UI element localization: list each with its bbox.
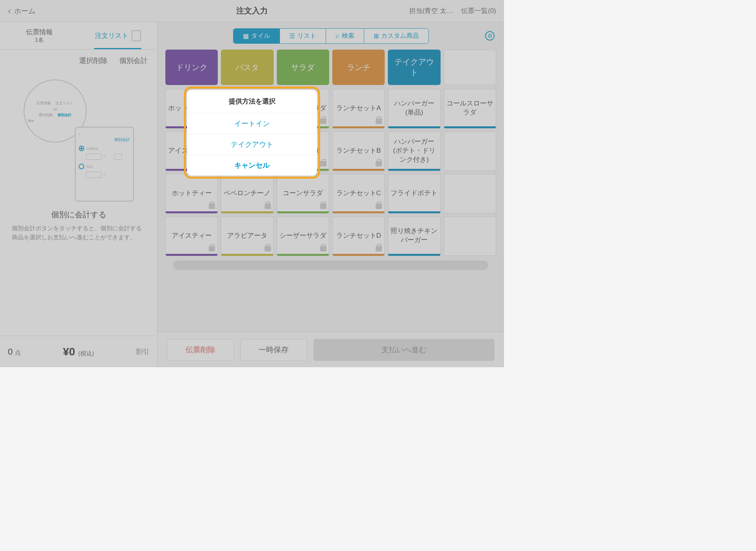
cancel-button[interactable]: キャンセル	[187, 155, 317, 176]
option-takeout[interactable]: テイクアウト	[187, 134, 317, 155]
option-eat-in[interactable]: イートイン	[187, 113, 317, 134]
serving-method-modal: 提供方法を選択 イートイン テイクアウト キャンセル	[187, 90, 317, 176]
modal-title: 提供方法を選択	[187, 90, 317, 113]
modal-overlay[interactable]: 提供方法を選択 イートイン テイクアウト キャンセル	[0, 0, 504, 367]
